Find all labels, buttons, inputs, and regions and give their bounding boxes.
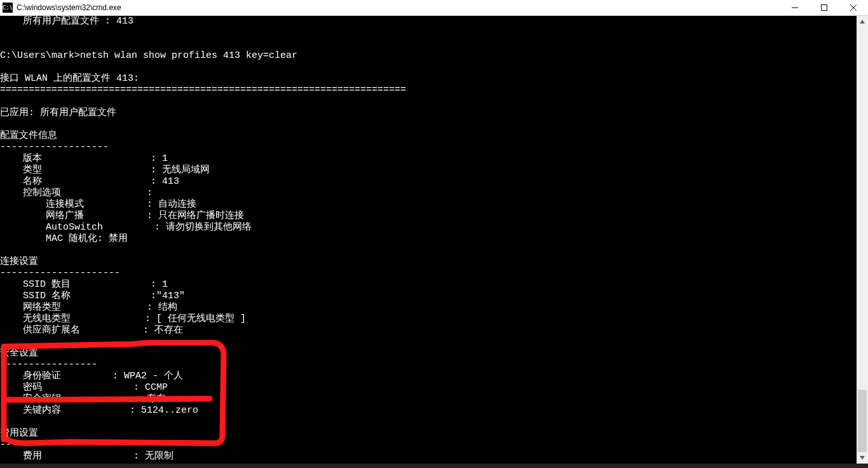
section-header: 安全设置 <box>0 348 38 359</box>
output-line: 已应用: 所有用户配置文件 <box>0 107 116 118</box>
close-button[interactable] <box>839 0 868 15</box>
window-title: C:\windows\system32\cmd.exe <box>17 3 121 12</box>
section-header: 费用设置 <box>0 428 38 439</box>
output-line: 所有用户配置文件 : 413 <box>0 16 133 27</box>
output-line: AutoSwitch : 请勿切换到其他网络 <box>0 222 252 233</box>
output-line: ========================================… <box>0 85 406 95</box>
terminal-area: 所有用户配置文件 : 413 C:\Users\mark>netsh wlan … <box>0 16 868 468</box>
section-header: 连接设置 <box>0 256 38 267</box>
output-line: SSID 数目 : 1 <box>0 279 168 290</box>
output-line: 身份验证 : WPA2 - 个人 <box>0 371 183 382</box>
output-line: 密码 : CCMP <box>0 382 168 393</box>
scroll-down-arrow-icon[interactable] <box>857 452 868 464</box>
output-line: 安全密钥 : 存在 <box>0 394 166 404</box>
vertical-scrollbar[interactable] <box>857 16 868 464</box>
output-line: 网络类型 : 结构 <box>0 302 177 313</box>
output-line: 网络广播 : 只在网络广播时连接 <box>0 210 244 221</box>
output-line: 供应商扩展名 : 不存在 <box>0 325 183 336</box>
output-line: ------------- <box>0 439 74 450</box>
output-line: 类型 : 无线局域网 <box>0 165 210 176</box>
svg-marker-5 <box>860 456 865 460</box>
taskbar-sliver <box>0 464 868 468</box>
output-line: 无线电类型 : [ 任何无线电类型 ] <box>0 313 246 324</box>
maximize-button[interactable] <box>810 0 839 15</box>
output-line: ----------------- <box>0 359 97 370</box>
scrollbar-thumb[interactable] <box>858 390 867 453</box>
output-line: 控制选项 : <box>0 188 153 198</box>
cmd-window: C:\ C:\windows\system32\cmd.exe 所有用户配置文件… <box>0 0 868 468</box>
minimize-button[interactable] <box>780 0 810 15</box>
output-line: 关键内容 : 5124..zero <box>0 405 198 416</box>
terminal-output[interactable]: 所有用户配置文件 : 413 C:\Users\mark>netsh wlan … <box>0 16 855 464</box>
output-line: 名称 : 413 <box>0 176 179 187</box>
output-line: 连接模式 : 自动连接 <box>0 199 196 210</box>
window-controls <box>780 0 868 15</box>
cmd-icon: C:\ <box>3 3 13 13</box>
output-line: SSID 名称 :"413" <box>0 291 185 301</box>
scrollbar-track[interactable] <box>857 27 868 452</box>
output-line: 费用 : 无限制 <box>0 451 173 462</box>
output-line: ------------------- <box>0 142 109 153</box>
scroll-up-arrow-icon[interactable] <box>857 16 868 27</box>
prompt-line: C:\Users\mark>netsh wlan show profiles 4… <box>0 50 297 61</box>
svg-marker-4 <box>860 20 865 24</box>
output-line: 接口 WLAN 上的配置文件 413: <box>0 73 139 84</box>
titlebar[interactable]: C:\ C:\windows\system32\cmd.exe <box>0 0 868 16</box>
output-line: --------------------- <box>0 268 120 279</box>
output-line: MAC 随机化: 禁用 <box>0 233 128 244</box>
output-line: 版本 : 1 <box>0 153 168 164</box>
svg-rect-1 <box>822 5 827 11</box>
section-header: 配置文件信息 <box>0 130 57 141</box>
